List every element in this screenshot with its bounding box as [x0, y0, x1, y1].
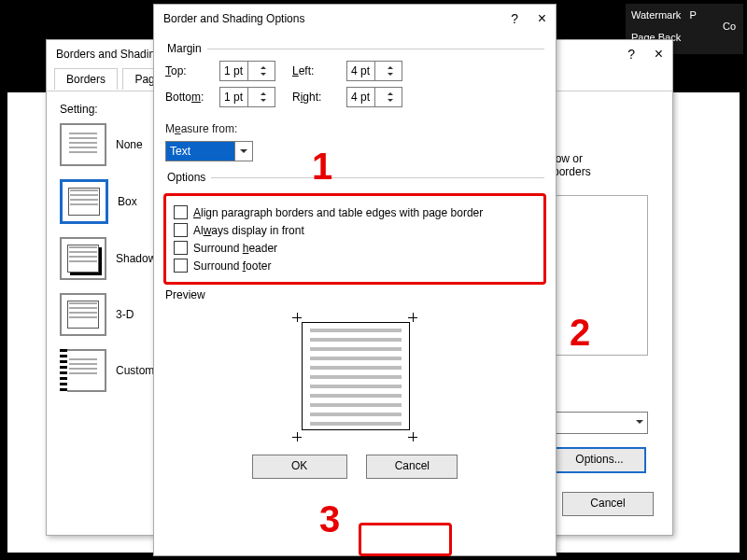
apply-to-combo[interactable] — [553, 412, 648, 434]
left-spinner[interactable]: 4 pt — [346, 61, 402, 81]
measure-from-dropdown[interactable]: Text — [165, 141, 253, 161]
left-label: Left: — [292, 64, 346, 77]
display-front-label: Always display in front — [193, 224, 304, 237]
align-checkbox[interactable]: Align paragraph borders and table edges … — [174, 205, 536, 219]
options-title: Border and Shading Options — [163, 12, 304, 25]
ribbon-p: P — [689, 9, 696, 21]
ribbon-watermark[interactable]: Watermark — [631, 9, 681, 21]
top-spinner[interactable]: 1 pt — [219, 61, 275, 81]
align-label: Align paragraph borders and table edges … — [193, 206, 483, 219]
preview-legend: Preview — [165, 288, 544, 301]
surround-header-label: Surround header — [193, 242, 277, 255]
setting-box-label: Box — [118, 195, 137, 208]
margin-legend: Margin — [165, 42, 207, 55]
ribbon-co: Co — [723, 21, 736, 32]
measure-from-label: Measure from: — [165, 122, 544, 135]
checkbox-icon — [174, 259, 188, 273]
screenshot-frame: Watermark P Co Page Back Borders and Sha… — [0, 0, 747, 560]
cancel-button[interactable]: Cancel — [366, 455, 458, 479]
ok-button[interactable]: OK — [252, 455, 347, 479]
close-icon[interactable]: × — [538, 5, 546, 33]
preview-column: low or borders Options... — [553, 152, 655, 473]
preview-page-icon — [275, 307, 434, 447]
bottom-label: Bottom: — [165, 91, 219, 104]
back-cancel-button[interactable]: Cancel — [562, 492, 654, 516]
back-dialog-buttons: Cancel — [562, 492, 654, 516]
surround-header-checkbox[interactable]: Surround header — [174, 241, 536, 255]
checkbox-icon — [174, 241, 188, 255]
top-label: Top: — [165, 64, 219, 77]
annotation-1: 1 — [312, 146, 332, 188]
help-icon[interactable]: ? — [511, 5, 518, 33]
tab-borders[interactable]: Borders — [54, 68, 118, 90]
chevron-down-icon — [234, 142, 252, 161]
options-group: Options — [165, 171, 544, 184]
measure-from-value: Text — [166, 142, 234, 161]
setting-3d-label: 3-D — [116, 308, 134, 321]
border-shading-options-dialog: Border and Shading Options ? × Margin To… — [153, 4, 557, 556]
checkbox-icon — [174, 223, 188, 237]
preview-group: Preview — [165, 288, 544, 447]
preview-hint2: borders — [553, 165, 655, 178]
setting-none-label: None — [116, 138, 143, 151]
options-titlebar[interactable]: Border and Shading Options ? × — [154, 5, 556, 33]
right-spinner[interactable]: 4 pt — [346, 87, 402, 107]
display-front-checkbox[interactable]: Always display in front — [174, 223, 536, 237]
bottom-spinner[interactable]: 1 pt — [219, 87, 275, 107]
options-button[interactable]: Options... — [553, 447, 646, 473]
close-icon[interactable]: × — [655, 40, 663, 68]
ok-highlight-box — [359, 523, 452, 556]
help-icon[interactable]: ? — [627, 40, 635, 68]
surround-footer-checkbox[interactable]: Surround footer — [174, 259, 536, 273]
margin-group: Margin Top: 1 pt Left: 4 pt Bottom: 1 pt… — [165, 42, 544, 113]
setting-shadow-label: Shadow — [116, 252, 156, 265]
preview-hint1: low or — [553, 152, 655, 165]
front-dialog-buttons: OK Cancel — [154, 455, 556, 479]
preview-box-icon — [553, 195, 648, 356]
options-legend: Options — [165, 171, 211, 184]
surround-footer-label: Surround footer — [193, 259, 271, 273]
dialog-title: Borders and Shading — [56, 48, 162, 61]
annotation-3: 3 — [319, 498, 340, 540]
checkbox-icon — [174, 205, 188, 219]
options-highlight-box: Align paragraph borders and table edges … — [163, 193, 546, 285]
right-label: Right: — [292, 91, 346, 104]
setting-custom-label: Custom — [116, 364, 154, 377]
measure-from-group: Measure from: Text — [165, 122, 544, 161]
annotation-2: 2 — [570, 312, 590, 354]
